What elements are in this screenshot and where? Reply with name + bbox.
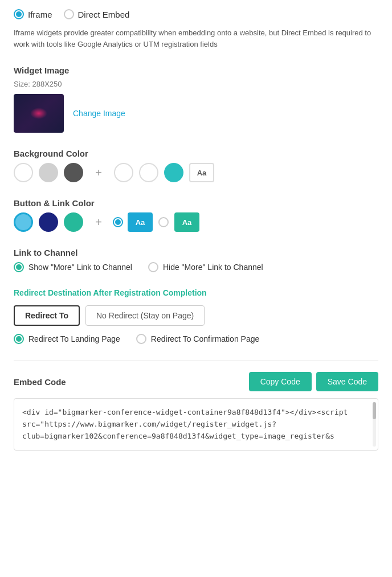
redirect-options: Redirect To Landing Page Redirect To Con… [14,334,378,344]
widget-image-title: Widget Image [14,66,378,75]
embed-type-row: Iframe Direct Embed [14,9,378,19]
btn-aa-badge-blue[interactable]: Aa [128,212,153,232]
show-more-link-option[interactable]: Show "More" Link to Channel [14,262,132,272]
link-channel-section: Link to Channel Show "More" Link to Chan… [14,248,378,272]
redirect-buttons: Redirect To No Redirect (Stay on Page) [14,305,378,326]
widget-thumbnail [14,94,64,133]
copy-code-button[interactable]: Copy Code [249,372,312,391]
embed-code-section: Embed Code Copy Code Save Code <div id="… [14,372,378,451]
no-redirect-button[interactable]: No Redirect (Stay on Page) [85,305,205,326]
embed-header: Embed Code Copy Code Save Code [14,372,378,391]
bg-swatch-dark-gray[interactable] [64,163,83,182]
confirmation-page-radio[interactable] [136,334,146,344]
btn-swatch-blue-light[interactable] [14,212,33,232]
image-row: Change Image [14,94,378,133]
btn-swatch-white-small[interactable] [158,217,169,227]
direct-embed-radio[interactable] [64,9,74,19]
direct-embed-label: Direct Embed [78,10,130,19]
embed-code-title: Embed Code [14,377,66,387]
scrollbar-track[interactable] [373,402,376,447]
bg-swatch-white2[interactable] [139,163,158,182]
bg-swatch-light-gray[interactable] [39,163,58,182]
redirect-title: Redirect Destination After Registration … [14,288,378,297]
embed-action-buttons: Copy Code Save Code [249,372,378,391]
iframe-radio[interactable] [14,9,24,19]
widget-image-section: Widget Image Size: 288X250 Change Image [14,66,378,133]
button-link-color-section: Button & Link Color + Aa Aa [14,198,378,232]
bg-aa-badge[interactable]: Aa [189,163,214,182]
redirect-section: Redirect Destination After Registration … [14,288,378,344]
link-channel-title: Link to Channel [14,248,378,257]
divider [14,360,378,361]
landing-page-radio[interactable] [14,334,24,344]
btn-swatch-plus[interactable]: + [89,212,108,232]
show-more-radio[interactable] [14,262,24,272]
change-image-link[interactable]: Change Image [73,109,125,118]
bg-swatch-white[interactable] [14,163,33,182]
show-more-label: Show "More" Link to Channel [28,263,132,272]
widget-image-size: Size: 288X250 [14,80,378,88]
redirect-to-button[interactable]: Redirect To [14,305,80,326]
iframe-label: Iframe [28,10,52,19]
hide-more-label: Hide "More" Link to Channel [163,263,263,272]
scrollbar-thumb[interactable] [373,402,376,419]
link-channel-options: Show "More" Link to Channel Hide "More" … [14,262,378,272]
background-color-title: Background Color [14,149,378,158]
bg-swatch-outline[interactable] [114,163,133,182]
iframe-option[interactable]: Iframe [14,9,52,19]
button-link-color-swatches: + Aa Aa [14,212,378,232]
landing-page-label: Redirect To Landing Page [28,334,120,343]
embed-code-box[interactable]: <div id="bigmarker-conference-widget-con… [14,398,378,451]
background-color-swatches: + Aa [14,163,378,182]
hide-more-radio[interactable] [148,262,158,272]
btn-swatch-dark-blue[interactable] [39,212,58,232]
direct-embed-option[interactable]: Direct Embed [64,9,130,19]
landing-page-option[interactable]: Redirect To Landing Page [14,334,120,344]
btn-swatch-teal-small[interactable] [114,218,122,226]
bg-swatch-teal[interactable] [164,163,183,182]
save-code-button[interactable]: Save Code [316,372,378,391]
confirmation-page-option[interactable]: Redirect To Confirmation Page [136,334,259,344]
hide-more-link-option[interactable]: Hide "More" Link to Channel [148,262,263,272]
background-color-section: Background Color + Aa [14,149,378,182]
btn-aa-badge-teal[interactable]: Aa [174,212,199,232]
embed-description: Iframe widgets provide greater compatibi… [14,27,378,50]
bg-swatch-plus[interactable]: + [89,163,108,182]
button-link-color-title: Button & Link Color [14,198,378,208]
confirmation-page-label: Redirect To Confirmation Page [151,334,259,343]
embed-code-text: <div id="bigmarker-conference-widget-con… [22,408,348,440]
btn-swatch-green[interactable] [64,212,83,232]
